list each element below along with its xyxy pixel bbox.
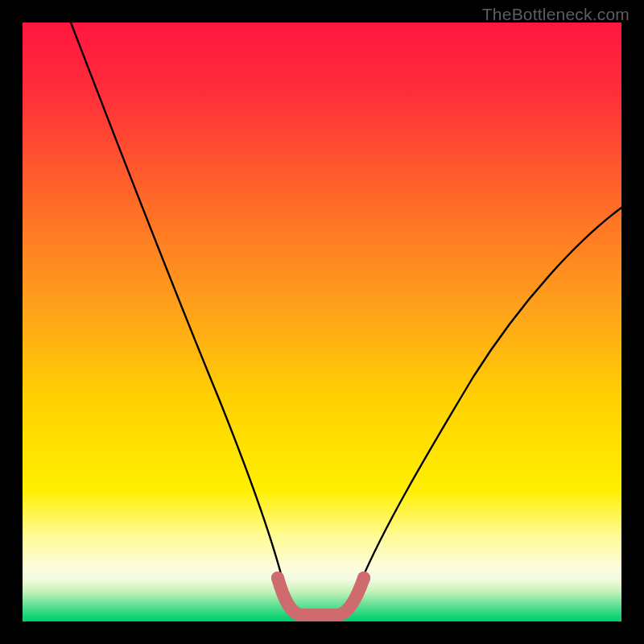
gradient-background (23, 23, 621, 621)
plot-area (23, 23, 621, 621)
trough-end-dot-left (271, 572, 284, 584)
watermark-text: TheBottleneck.com (482, 5, 630, 24)
outer-frame: TheBottleneck.com (0, 0, 644, 644)
chart-svg (23, 23, 621, 621)
trough-end-dot-right (357, 572, 370, 584)
